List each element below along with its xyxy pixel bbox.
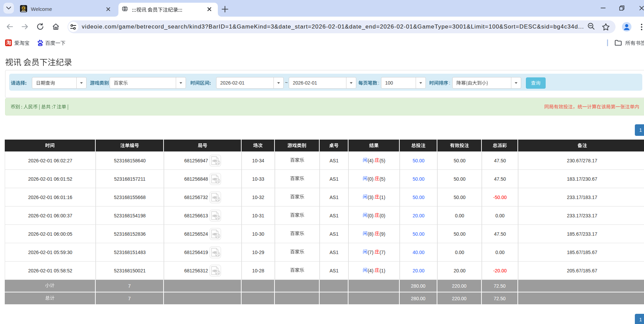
svg-text:du: du — [39, 43, 42, 46]
